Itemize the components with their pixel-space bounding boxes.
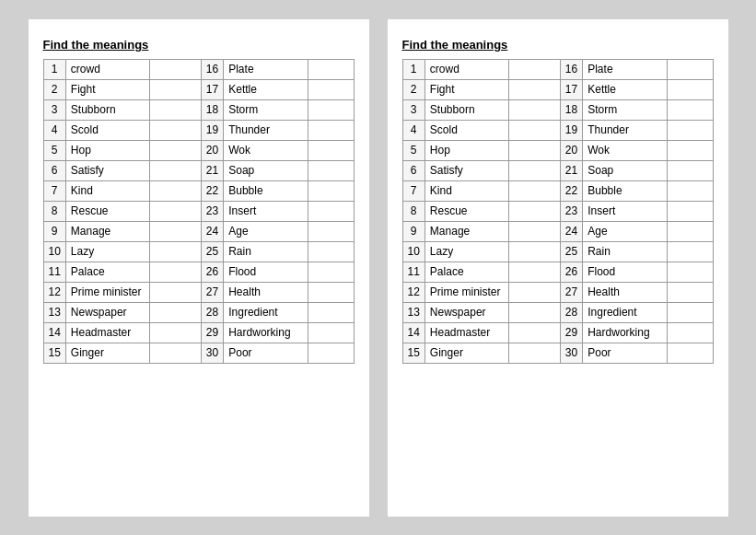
right-num: 25: [201, 241, 223, 262]
left-word: Scold: [425, 120, 509, 140]
right-answer: [308, 160, 354, 180]
left-num: 5: [402, 140, 425, 160]
left-answer: [509, 201, 560, 221]
right-num: 20: [560, 140, 582, 160]
left-word: Satisfy: [65, 160, 150, 180]
left-word: crowd: [425, 59, 509, 79]
left-num: 13: [402, 302, 425, 322]
right-num: 22: [560, 180, 582, 201]
right-answer: [668, 241, 713, 262]
left-answer: [509, 79, 560, 99]
left-word: Manage: [65, 221, 150, 241]
left-answer: [509, 241, 560, 262]
left-word: Kind: [425, 180, 509, 201]
right-num: 18: [201, 99, 223, 120]
right-num: 21: [201, 160, 223, 180]
right-word: Flood: [224, 262, 308, 282]
left-num: 1: [402, 59, 425, 79]
right-word: Poor: [224, 343, 308, 363]
right-num: 25: [560, 241, 582, 262]
left-num: 6: [43, 160, 65, 180]
right-answer: [668, 302, 713, 322]
left-num: 15: [402, 343, 425, 363]
right-answer: [308, 180, 354, 201]
left-answer: [150, 343, 201, 363]
table-row: 5 Hop 20 Wok: [43, 140, 354, 160]
right-answer: [668, 201, 713, 221]
left-answer: [150, 79, 201, 99]
left-num: 7: [43, 180, 65, 201]
left-word: Lazy: [65, 241, 150, 262]
right-word: Health: [224, 282, 308, 302]
right-answer: [308, 262, 354, 282]
left-answer: [150, 322, 201, 343]
left-num: 3: [43, 99, 65, 120]
table-row: 7 Kind 22 Bubble: [43, 180, 354, 201]
left-word: Hop: [65, 140, 150, 160]
right-num: 17: [201, 79, 223, 99]
right-num: 28: [201, 302, 223, 322]
left-answer: [150, 302, 201, 322]
table-row: 1 crowd 16 Plate: [402, 59, 713, 79]
left-num: 9: [402, 221, 425, 241]
right-word: Storm: [583, 99, 668, 120]
right-word: Insert: [583, 201, 668, 221]
left-answer: [150, 140, 201, 160]
left-num: 14: [43, 322, 65, 343]
right-answer: [668, 79, 713, 99]
right-answer: [668, 99, 713, 120]
right-num: 29: [201, 322, 223, 343]
right-word: Soap: [224, 160, 308, 180]
left-answer: [150, 221, 201, 241]
left-num: 11: [402, 262, 425, 282]
right-num: 23: [560, 201, 582, 221]
left-word: crowd: [65, 59, 150, 79]
right-num: 26: [201, 262, 223, 282]
right-answer: [308, 59, 354, 79]
left-num: 10: [43, 241, 65, 262]
left-num: 9: [43, 221, 65, 241]
right-word: Thunder: [583, 120, 668, 140]
right-word: Hardworking: [224, 322, 308, 343]
left-num: 8: [43, 201, 65, 221]
table-row: 2 Fight 17 Kettle: [402, 79, 713, 99]
right-num: 19: [201, 120, 223, 140]
right-answer: [668, 140, 713, 160]
right-num: 16: [201, 59, 223, 79]
right-answer: [668, 120, 713, 140]
right-num: 29: [560, 322, 582, 343]
right-answer: [668, 160, 713, 180]
left-answer: [509, 120, 560, 140]
table-row: 6 Satisfy 21 Soap: [402, 160, 713, 180]
left-word: Prime minister: [425, 282, 509, 302]
right-answer: [308, 99, 354, 120]
table-row: 13 Newspaper 28 Ingredient: [402, 302, 713, 322]
left-word: Stubborn: [65, 99, 150, 120]
left-word: Satisfy: [425, 160, 509, 180]
left-word: Palace: [65, 262, 150, 282]
right-word: Soap: [583, 160, 668, 180]
right-answer: [668, 343, 713, 363]
left-answer: [150, 262, 201, 282]
table-row: 13 Newspaper 28 Ingredient: [43, 302, 354, 322]
left-num: 12: [43, 282, 65, 302]
left-num: 2: [402, 79, 425, 99]
right-word: Storm: [224, 99, 308, 120]
left-answer: [150, 282, 201, 302]
left-answer: [509, 221, 560, 241]
right-word: Wok: [583, 140, 668, 160]
right-word: Hardworking: [583, 322, 668, 343]
right-word: Insert: [224, 201, 308, 221]
left-answer: [150, 120, 201, 140]
left-num: 4: [402, 120, 425, 140]
left-answer: [509, 160, 560, 180]
left-word: Ginger: [65, 343, 150, 363]
left-word: Newspaper: [425, 302, 509, 322]
right-answer: [308, 322, 354, 343]
table-row: 4 Scold 19 Thunder: [43, 120, 354, 140]
table-row: 3 Stubborn 18 Storm: [43, 99, 354, 120]
worksheet-1-title: Find the meanings: [43, 38, 355, 52]
worksheet-1: Find the meanings 1 crowd 16 Plate 2 Fig…: [29, 19, 369, 517]
table-row: 2 Fight 17 Kettle: [43, 79, 354, 99]
right-num: 30: [201, 343, 223, 363]
